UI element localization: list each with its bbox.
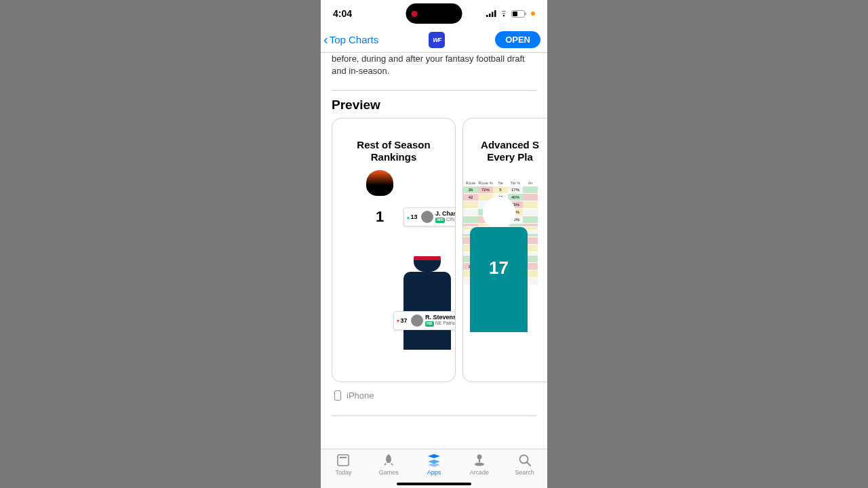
status-bar: 4:04 — [321, 0, 547, 27]
preview-card-1[interactable]: Rest of Season Rankings 1 ▲13 — [332, 118, 456, 382]
tab-search[interactable]: Search — [502, 453, 547, 488]
content-area[interactable]: before, during and after your fantasy fo… — [321, 53, 547, 449]
svg-rect-6 — [526, 12, 526, 15]
cellular-icon — [486, 10, 496, 17]
back-label: Top Charts — [330, 34, 379, 45]
apps-icon — [427, 453, 441, 468]
battery-icon — [511, 10, 526, 18]
device-indicator: iPhone — [321, 382, 547, 409]
app-description: before, during and after your fantasy fo… — [321, 53, 547, 83]
svg-rect-2 — [492, 12, 494, 18]
svg-rect-1 — [489, 14, 491, 17]
tab-today[interactable]: Today — [321, 453, 366, 488]
preview-carousel[interactable]: Rest of Season Rankings 1 ▲13 — [321, 118, 547, 382]
player-info-card-2: ▼37 R. Stevenson RBNE Patriots — [393, 311, 456, 330]
card-title: Advanced S Every Pla — [463, 119, 547, 167]
avatar-icon — [411, 314, 423, 327]
app-icon[interactable]: WF — [429, 32, 445, 48]
player-graphic: 1 ▲13 J. Chase WRCIN Bengals — [332, 170, 455, 367]
phone-frame: 4:04 ‹ Top Charts WF OPEN before, during… — [321, 0, 547, 488]
arcade-icon — [473, 453, 486, 468]
preview-heading: Preview — [321, 91, 547, 118]
open-button[interactable]: OPEN — [495, 31, 540, 48]
status-time: 4:04 — [333, 8, 352, 19]
dynamic-island[interactable] — [406, 3, 462, 24]
chevron-left-icon: ‹ — [323, 32, 328, 47]
player-figure-2 — [390, 246, 456, 368]
status-indicators — [486, 10, 535, 18]
svg-rect-8 — [340, 457, 347, 458]
svg-line-13 — [527, 462, 530, 466]
svg-rect-5 — [513, 12, 517, 16]
today-icon — [336, 453, 350, 468]
mic-indicator-icon — [531, 12, 535, 16]
phone-icon — [334, 390, 341, 401]
svg-rect-10 — [479, 458, 480, 462]
svg-rect-3 — [494, 10, 496, 17]
nav-bar: ‹ Top Charts WF OPEN — [321, 27, 547, 53]
back-button[interactable]: ‹ Top Charts — [323, 32, 378, 47]
divider — [332, 415, 536, 416]
search-icon — [518, 453, 532, 468]
recording-indicator-icon — [412, 11, 418, 17]
card-title: Rest of Season Rankings — [332, 119, 455, 170]
player-figure-3: 17 — [462, 197, 547, 382]
wifi-icon — [499, 10, 509, 17]
svg-point-11 — [475, 463, 484, 466]
avatar-icon — [421, 211, 433, 223]
rocket-icon — [382, 453, 395, 468]
player-info-card-1: ▲13 J. Chase WRCIN Bengals — [403, 207, 456, 226]
home-indicator[interactable] — [397, 483, 471, 485]
svg-rect-7 — [338, 455, 349, 466]
preview-card-2[interactable]: Advanced S Every Pla RouteRoute %TarTar … — [462, 118, 547, 382]
svg-rect-0 — [486, 15, 488, 17]
